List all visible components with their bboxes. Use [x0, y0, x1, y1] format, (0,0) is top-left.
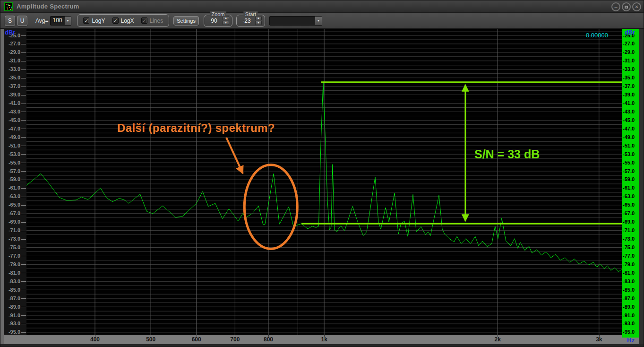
x-axis: Hz 4005006007008001k2k3k: [4, 335, 639, 344]
x-tick-mark: [95, 335, 95, 337]
highlight-ellipse: [244, 165, 297, 249]
y-tick-mark: [21, 290, 26, 290]
maximize-icon: [625, 6, 628, 9]
y-tick-label-right: -53.0: [623, 151, 639, 157]
app-icon: [4, 2, 13, 11]
start-spin-down-button[interactable]: ▼: [255, 21, 262, 25]
checkbox-check-icon[interactable]: ✓: [83, 17, 89, 24]
y-tick-label: -59.0: [4, 176, 20, 182]
y-tick-label-right: -37.0: [623, 83, 639, 89]
x-tick-label: 3k: [596, 336, 602, 343]
y-tick-label: -75.0: [4, 244, 20, 251]
y-unit-label-left: dBr: [5, 29, 15, 36]
zoom-value: 90: [207, 17, 221, 24]
y-tick-mark: [21, 171, 26, 172]
y-tick-mark: [21, 315, 26, 316]
zoom-group: Zoom 90 ▲ ▼: [204, 15, 232, 27]
y-tick-label: -39.0: [4, 92, 20, 98]
zoom-spin-down-button[interactable]: ▼: [223, 21, 229, 25]
y-tick-label-right: -47.0: [623, 126, 639, 132]
settings-button[interactable]: Settings: [173, 16, 199, 26]
y-tick-label-right: -59.0: [623, 176, 639, 182]
y-tick-label: -83.0: [4, 278, 20, 285]
x-tick-mark: [268, 335, 269, 337]
y-tick-label-right: -45.0: [623, 117, 639, 123]
x-tick-label: 500: [146, 336, 155, 343]
y-tick-mark: [21, 298, 26, 299]
annotation-arrow: [226, 138, 243, 174]
y-tick-label: -77.0: [4, 253, 20, 259]
chevron-down-icon[interactable]: ▼: [315, 17, 322, 25]
y-tick-mark: [21, 214, 26, 214]
y-tick-label-right: -93.0: [623, 321, 639, 327]
annotation-question-text: Další (parazitní?) spektrum?: [117, 121, 275, 135]
y-tick-label: -41.0: [4, 100, 20, 106]
y-unit-label-right: dBr: [625, 29, 635, 36]
y-tick-label-right: -71.0: [623, 227, 639, 234]
y-tick-label: -69.0: [4, 219, 20, 225]
y-tick-label: -57.0: [4, 168, 20, 174]
x-tick-label: 1k: [321, 336, 327, 343]
y-tick-label: -27.0: [4, 41, 20, 47]
plot-area[interactable]: 0.00000 Další (parazitní?) spektrum? S/N…: [26, 29, 622, 335]
y-tick-label: -63.0: [4, 193, 20, 200]
y-tick-label: -49.0: [4, 134, 20, 140]
y-tick-mark: [21, 273, 26, 273]
y-tick-mark: [21, 248, 26, 248]
y-tick-label-right: -85.0: [623, 287, 639, 293]
y-tick-label-right: -89.0: [623, 304, 639, 310]
y-tick-mark: [21, 205, 26, 206]
close-button[interactable]: ✕: [632, 2, 641, 11]
preset-combo[interactable]: ▼: [269, 16, 322, 26]
zoom-group-label: Zoom: [210, 11, 226, 17]
y-tick-label-right: -73.0: [623, 236, 639, 242]
y-tick-mark: [21, 197, 26, 197]
start-group: Start -23 ▲ ▼: [236, 15, 265, 27]
title-bar[interactable]: Amplitude Spectrum – ✕: [0, 0, 644, 13]
y-tick-label-right: -39.0: [623, 92, 639, 98]
y-tick-label: -91.0: [4, 312, 20, 319]
y-tick-mark: [21, 104, 26, 104]
y-tick-label: -79.0: [4, 261, 20, 268]
y-tick-label: -29.0: [4, 49, 20, 55]
x-tick-label: 700: [230, 336, 240, 343]
y-tick-label-right: -33.0: [623, 66, 639, 72]
y-tick-mark: [21, 95, 26, 95]
x-tick-label: 800: [264, 336, 273, 343]
checkbox-check-icon[interactable]: ✓: [112, 17, 119, 24]
y-tick-label-right: -31.0: [623, 58, 639, 64]
logx-checkbox[interactable]: ✓LogX: [112, 17, 134, 24]
maximize-button[interactable]: [622, 2, 631, 11]
chevron-down-icon[interactable]: ▼: [64, 17, 71, 25]
y-tick-mark: [21, 129, 26, 129]
y-tick-mark: [21, 87, 26, 87]
s-button[interactable]: S: [5, 16, 15, 26]
logy-checkbox[interactable]: ✓LogY: [83, 17, 105, 24]
minimize-button[interactable]: –: [611, 2, 620, 11]
x-tick-label: 2k: [494, 336, 500, 343]
y-tick-label-right: -81.0: [623, 270, 639, 276]
close-icon: ✕: [635, 5, 638, 9]
window-left-frame: [0, 29, 4, 347]
avg-combo[interactable]: 100 ▼: [50, 16, 71, 26]
y-tick-mark: [21, 332, 26, 333]
y-tick-label-right: -87.0: [623, 295, 639, 302]
checkbox-check-icon: ✓: [141, 17, 147, 24]
x-unit-label: Hz: [627, 337, 635, 344]
y-tick-mark: [21, 231, 26, 231]
preset-value: [270, 17, 315, 25]
y-tick-label: -51.0: [4, 143, 20, 149]
spectrum-plot: [26, 29, 622, 335]
u-button[interactable]: U: [17, 16, 27, 26]
app-window: Amplitude Spectrum – ✕ S U Avg= 100 ▼ ✓L…: [0, 0, 644, 347]
y-tick-mark: [21, 264, 26, 265]
y-tick-label-right: -27.0: [623, 41, 639, 47]
main-area: dBr -23.0-25.0-27.0-29.0-31.0-33.0-35.0-…: [0, 29, 644, 347]
y-tick-mark: [21, 281, 26, 282]
x-tick-label: 400: [90, 336, 100, 343]
y-tick-mark: [21, 137, 26, 138]
y-tick-label: -37.0: [4, 83, 20, 89]
checkbox-label: Lines: [150, 17, 163, 24]
y-tick-mark: [21, 146, 26, 146]
y-tick-label-right: -91.0: [623, 312, 639, 319]
